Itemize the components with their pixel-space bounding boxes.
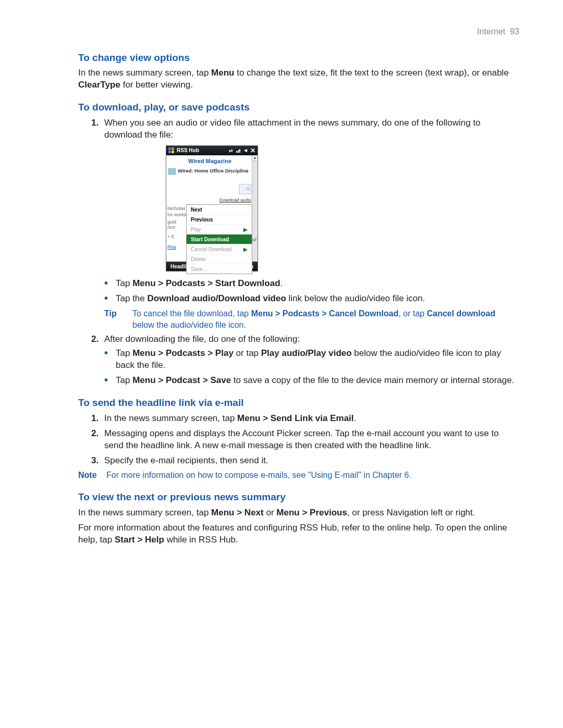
s1-paragraph: In the news summary screen, tap Menu to …: [78, 67, 519, 91]
text: while in RSS Hub.: [164, 535, 238, 545]
bg-link: Rea: [167, 244, 176, 250]
text: below the audio/video file icon.: [132, 320, 246, 329]
tip-label: Tip: [104, 308, 132, 330]
text: to change the text size, fit the text to…: [235, 68, 509, 78]
text: In the news summary screen, tap: [78, 68, 211, 78]
text: Tap: [116, 375, 132, 385]
menu-item-play: Play▶: [187, 225, 252, 235]
text: or tap: [234, 348, 261, 358]
s3-step-2: Messaging opens and displays the Account…: [101, 428, 519, 452]
bullet: Tap Menu > Podcast > Save to save a copy…: [104, 375, 519, 387]
text: In the news summary screen, tap: [78, 508, 211, 517]
connection-icon: ⇄: [229, 147, 233, 154]
bullet: Tap Menu > Podcasts > Play or tap Play a…: [104, 348, 519, 372]
text: to save a copy of the file to the device…: [231, 375, 514, 385]
s2-step2-bullets: Tap Menu > Podcasts > Play or tap Play a…: [104, 348, 519, 387]
app-title: RSS Hub: [177, 147, 199, 154]
article-title: Wired: Home Office Discipline: [178, 168, 249, 175]
bold-link: Download audio/Download video: [148, 293, 286, 303]
page: Internet 93 To change view options In th…: [0, 0, 563, 728]
bold-path: Menu > Next: [211, 508, 264, 517]
text: , or press Navigation left or right.: [347, 508, 475, 517]
menu-item-start-download[interactable]: Start Download: [187, 235, 252, 244]
s2-ordered-list: When you see an audio or video file atta…: [78, 117, 519, 387]
text: or: [264, 508, 277, 517]
submenu-arrow-icon: ▶: [243, 246, 248, 253]
text: .: [280, 278, 283, 288]
s2-step-2: After downloading the file, do one of th…: [101, 334, 519, 387]
text: In the news summary screen, tap: [104, 413, 237, 423]
screenshot-body: ▲ Wired Magazine Wired: Home Office Disc…: [166, 155, 258, 262]
download-audio-link[interactable]: Download audio: [219, 198, 251, 203]
screenshot-rss-hub: RSS Hub ⇄ ✕ ▲ Wired Magazine: [166, 145, 258, 272]
signal-icon: [236, 148, 241, 153]
article-icon: [168, 168, 176, 175]
heading-change-view-options: To change view options: [78, 51, 519, 65]
tip-text: To cancel the file download, tap Menu > …: [132, 308, 519, 330]
titlebar-right: ⇄ ✕: [229, 147, 255, 154]
bold-path: Menu > Podcasts > Cancel Download: [251, 309, 399, 318]
text: To cancel the file download, tap: [132, 309, 251, 318]
text: link below the audio/video file icon.: [286, 293, 425, 303]
titlebar-left: RSS Hub: [168, 147, 199, 154]
bg-text: + E: [167, 233, 175, 240]
text: After downloading the file, do one of th…: [104, 334, 300, 344]
bullet: Tap Menu > Podcasts > Start Download.: [104, 278, 519, 290]
submenu-arrow-icon: ▶: [243, 226, 248, 233]
s3-step-3: Specify the e-mail recipients, then send…: [101, 455, 519, 467]
text: , or tap: [398, 309, 426, 318]
bold-path: Start > Help: [115, 535, 164, 545]
scroll-up-icon[interactable]: ▲: [252, 155, 258, 161]
bold-path: Menu > Previous: [276, 508, 347, 517]
heading-view-next-previous: To view the next or previous news summar…: [78, 490, 519, 504]
header-section: Internet: [477, 27, 505, 36]
keyboard-icon[interactable]: [212, 263, 223, 270]
bold-link: Play audio/Play video: [261, 348, 352, 358]
s2-step-1: When you see an audio or video file atta…: [101, 117, 519, 331]
note-label: Note: [78, 470, 106, 481]
text: Tap: [116, 348, 132, 358]
heading-download-podcasts: To download, play, or save podcasts: [78, 101, 519, 114]
s3-step-1: In the news summary screen, tap Menu > S…: [101, 413, 519, 425]
text: for better viewing.: [120, 80, 193, 90]
volume-icon: [244, 147, 247, 154]
bold-path: Menu > Podcasts > Play: [132, 348, 234, 358]
bold-menu: Menu: [211, 68, 234, 78]
text: When you see an audio or video file atta…: [104, 118, 481, 140]
bullet: Tap the Download audio/Download video li…: [104, 293, 519, 305]
header-page-number: 93: [510, 27, 519, 36]
note: Note For more information on how to comp…: [78, 470, 519, 481]
bold-path: Menu > Podcasts > Start Download: [132, 278, 280, 288]
s3-ordered-list: In the news summary screen, tap Menu > S…: [78, 413, 519, 467]
s4-paragraph-2: For more information about the features …: [78, 522, 519, 546]
titlebar: RSS Hub ⇄ ✕: [166, 146, 258, 155]
bold-path: Menu > Podcast > Save: [132, 375, 231, 385]
heading-send-headline-email: To send the headline link via e-mail: [78, 396, 519, 410]
download-area: Download audio: [166, 176, 258, 204]
menu-item-previous[interactable]: Previous: [187, 215, 252, 225]
s4-paragraph-1: In the news summary screen, tap Menu > N…: [78, 507, 519, 519]
text: .: [354, 413, 357, 423]
bold-cleartype: ClearType: [78, 80, 120, 90]
magazine-title: Wired Magazine: [166, 155, 258, 167]
tip: Tip To cancel the file download, tap Men…: [104, 308, 519, 330]
bold-link: Cancel download: [427, 309, 496, 318]
menu-item-next[interactable]: Next: [187, 205, 252, 215]
audio-file-icon: [239, 184, 251, 194]
popup-area: Nicholas T for workin guid mor + E Rea m…: [166, 204, 258, 262]
note-text: For more information on how to compose e…: [106, 470, 519, 481]
bold-path: Menu > Send Link via Email: [237, 413, 353, 423]
running-header: Internet 93: [78, 26, 519, 38]
article-row: Wired: Home Office Discipline: [166, 167, 258, 176]
text: Tap: [116, 278, 132, 288]
text: Tap the: [116, 293, 148, 303]
close-icon[interactable]: ✕: [250, 147, 255, 154]
menu-item-cancel-download: Cancel Download▶: [187, 244, 252, 254]
s2-step1-bullets: Tap Menu > Podcasts > Start Download. Ta…: [104, 278, 519, 305]
bg-text: for workin: [167, 212, 188, 218]
windows-flag-icon: [168, 147, 175, 154]
bg-text: mor: [167, 224, 176, 230]
